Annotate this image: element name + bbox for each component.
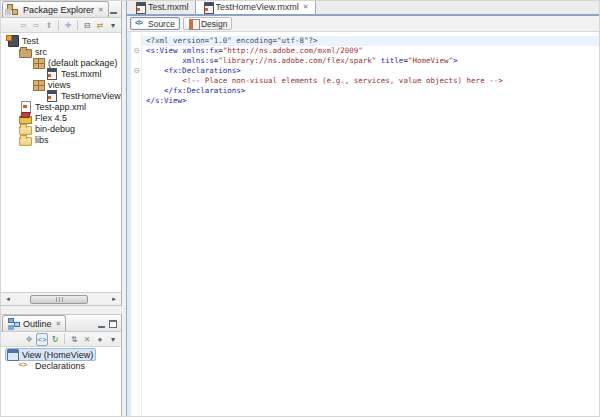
panel-sash[interactable]	[1, 306, 122, 314]
code-line: xmlns:s="library://ns.adobe.com/flex/spa…	[146, 56, 599, 66]
mxml-file-icon	[202, 2, 213, 13]
editor-area: Test.mxmlTestHomeView.mxml✕ SourceDesign…	[122, 1, 599, 417]
scroll-left-icon[interactable]: ◂	[2, 295, 14, 303]
close-icon[interactable]: ✕	[97, 6, 104, 14]
tree-item-label: View (HomeView)	[22, 350, 93, 360]
package-explorer-header: Package Explorer ✕	[1, 1, 121, 18]
xml-file-icon	[19, 101, 32, 112]
editor-tab-label: Test.mxml	[148, 2, 189, 12]
outline-tree: View (HomeView) Declarations	[1, 347, 121, 417]
expand-collapse-icon[interactable]: ❖	[23, 333, 35, 346]
minimize-icon[interactable]	[109, 5, 119, 14]
mxml-file-icon	[45, 90, 58, 101]
tree-item[interactable]: libs	[1, 134, 121, 145]
ide-window: Package Explorer ✕ ⇦⇨⬆✛⊟⇄▾ Test src (def…	[0, 0, 600, 417]
package-explorer-panel: Package Explorer ✕ ⇦⇨⬆✛⊟⇄▾ Test src (def…	[1, 1, 122, 306]
editor-tab-bar: Test.mxmlTestHomeView.mxml✕	[127, 1, 599, 16]
collapse-all-icon[interactable]: ⊟	[81, 19, 93, 32]
package-explorer-icon	[7, 4, 20, 15]
tree-item-label: Declarations	[35, 361, 85, 371]
view-title: Outline	[23, 319, 52, 329]
mxml-file-icon	[134, 2, 145, 13]
tree-item-label: bin-debug	[35, 124, 75, 134]
mode-button-label: Source	[148, 19, 175, 29]
view-menu-icon[interactable]: ▾	[107, 19, 119, 32]
fold-marker-icon[interactable]: ⊖	[132, 46, 141, 55]
tree-item-label: TestHomeView.m	[61, 91, 121, 101]
package-explorer-tree: Test src (default package) Test.mxml vie…	[1, 33, 121, 292]
horizontal-scrollbar[interactable]: ◂ ▸	[1, 292, 121, 305]
forward-icon[interactable]: ⇨	[30, 19, 42, 32]
package-icon	[32, 79, 45, 90]
tree-item-label: Test	[22, 36, 39, 46]
folder-icon	[19, 123, 32, 134]
link-refresh-icon[interactable]: ↻	[49, 333, 61, 346]
tree-item-label: Flex 4.5	[35, 113, 67, 123]
editor-tab[interactable]: Test.mxml	[128, 0, 195, 14]
editor-body: ⊖⊖ <?xml version="1.0" encoding="utf-8"?…	[127, 32, 599, 417]
view-menu-icon[interactable]: ▾	[107, 333, 119, 346]
declarations-icon	[19, 360, 32, 371]
tree-item-label: (default package)	[48, 58, 118, 68]
source-mode-button[interactable]: Source	[130, 17, 180, 30]
filter-icon[interactable]: ✕	[81, 333, 93, 346]
editor-tab-label: TestHomeView.mxml	[216, 2, 299, 12]
view-node-icon	[6, 349, 19, 360]
tree-item-label: views	[48, 80, 71, 90]
focus-task-icon[interactable]: ✛	[62, 19, 74, 32]
maximize-icon[interactable]	[108, 319, 118, 328]
folder-icon	[19, 134, 32, 145]
link-editor-icon[interactable]: ⇄	[94, 19, 106, 32]
minimize-icon[interactable]	[96, 319, 106, 328]
close-icon[interactable]: ✕	[302, 3, 309, 11]
design-mode-button[interactable]: Design	[183, 17, 232, 30]
up-icon[interactable]: ⬆	[43, 19, 55, 32]
package-explorer-toolbar: ⇦⇨⬆✛⊟⇄▾	[1, 18, 121, 33]
tree-item-label: libs	[35, 135, 49, 145]
source-design-toolbar: SourceDesign	[127, 16, 599, 32]
design-mode-icon	[188, 18, 199, 29]
source-folder-icon	[19, 46, 32, 57]
left-panel-column: Package Explorer ✕ ⇦⇨⬆✛⊟⇄▾ Test src (def…	[1, 1, 122, 417]
package-icon	[32, 57, 45, 68]
mxml-file-icon	[45, 68, 58, 79]
code-editor[interactable]: <?xml version="1.0" encoding="utf-8"?><s…	[142, 32, 599, 417]
folding-column: ⊖⊖	[131, 32, 142, 417]
back-icon[interactable]: ⇦	[17, 19, 29, 32]
code-line: <!-- Place non-visual elements (e.g., se…	[146, 76, 599, 86]
outline-toolbar: ❖<>↻⇅✕●▾	[1, 332, 121, 347]
scrollbar-thumb[interactable]	[30, 295, 88, 304]
view-title: Package Explorer	[23, 5, 94, 15]
toolbar-separator	[64, 334, 65, 344]
code-line: <s:View xmlns:fx="http://ns.adobe.com/mx…	[146, 46, 599, 56]
close-icon[interactable]: ✕	[55, 320, 62, 328]
code-line: <fx:Declarations>	[146, 66, 599, 76]
editor-tab[interactable]: TestHomeView.mxml✕	[195, 0, 316, 14]
toolbar-separator	[58, 20, 59, 30]
outline-icon	[7, 318, 20, 329]
tree-item-label: Test-app.xml	[35, 102, 86, 112]
code-line: </fx:Declarations>	[146, 86, 599, 96]
outline-tab[interactable]: Outline ✕	[2, 315, 66, 331]
code-line: </s:View>	[146, 96, 599, 106]
sort-icon[interactable]: ⇅	[68, 333, 80, 346]
source-elements-icon[interactable]: <>	[36, 333, 48, 346]
library-icon	[19, 112, 32, 123]
fold-marker-icon[interactable]: ⊖	[132, 66, 141, 75]
code-line: <?xml version="1.0" encoding="utf-8"?>	[142, 36, 599, 46]
package-explorer-tab[interactable]: Package Explorer ✕	[2, 1, 109, 17]
attributes-icon[interactable]: ●	[94, 333, 106, 346]
scroll-right-icon[interactable]: ▸	[108, 295, 120, 303]
source-mode-icon	[135, 18, 146, 29]
outline-panel: Outline ✕ ❖<>↻⇅✕●▾ View (HomeView) Decla…	[1, 314, 122, 417]
mode-button-label: Design	[201, 19, 227, 29]
tree-item[interactable]: bin-debug	[1, 123, 121, 134]
tree-item[interactable]: Declarations	[1, 360, 121, 371]
tree-item-label: src	[35, 47, 47, 57]
flex-project-icon	[6, 35, 19, 46]
outline-header: Outline ✕	[1, 315, 121, 332]
toolbar-separator	[77, 20, 78, 30]
tree-item-label: Test.mxml	[61, 69, 102, 79]
